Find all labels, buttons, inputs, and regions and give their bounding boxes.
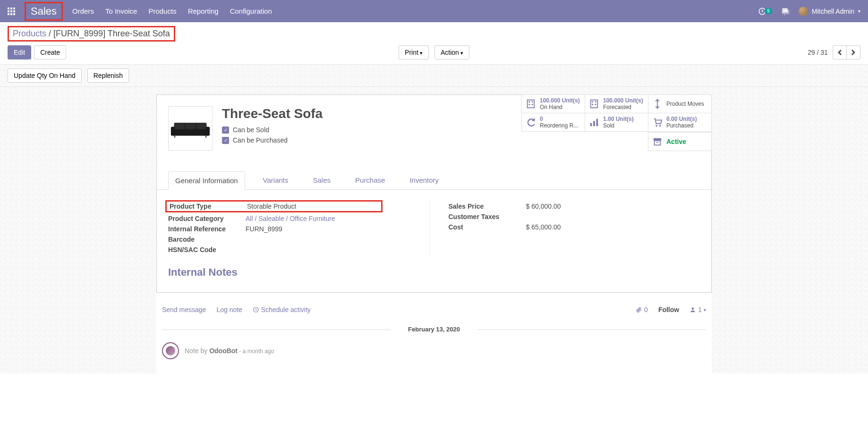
svg-rect-16 — [592, 101, 593, 103]
svg-rect-19 — [595, 104, 596, 105]
create-button[interactable]: Create — [34, 45, 66, 59]
hsn-field: HSN/SAC Code — [168, 245, 420, 255]
svg-rect-35 — [174, 135, 176, 137]
note-author[interactable]: OdooBot — [209, 347, 238, 355]
tab-general-information[interactable]: General Information — [168, 171, 245, 190]
svg-rect-7 — [10, 13, 12, 15]
checkbox-checked-icon[interactable]: ✓ — [222, 137, 229, 144]
stat-sold[interactable]: 1.00 Unit(s)Sold — [585, 113, 648, 132]
control-panel: Products / [FURN_8999] Three-Seat Sofa E… — [0, 22, 868, 65]
svg-rect-11 — [528, 101, 530, 103]
can-be-sold-field: ✓ Can be Sold — [222, 126, 323, 134]
conversations-icon[interactable] — [781, 7, 790, 16]
stat-active-toggle[interactable]: Active — [648, 132, 712, 151]
apps-launcher-icon[interactable] — [8, 8, 15, 15]
form-sheet: 100.000 Unit(s)On Hand 100.000 Unit(s)Fo… — [156, 94, 712, 293]
edit-button[interactable]: Edit — [8, 45, 31, 59]
svg-rect-8 — [13, 13, 15, 15]
product-type-field: Product Type Storable Product — [165, 200, 383, 212]
nav-menu: Orders To Invoice Products Reporting Con… — [72, 7, 272, 15]
svg-rect-17 — [595, 101, 596, 103]
user-avatar-icon — [799, 7, 808, 16]
app-brand[interactable]: Sales — [25, 2, 63, 21]
sofa-icon — [170, 117, 211, 140]
caret-down-icon: ▾ — [704, 307, 706, 313]
sync-indicator[interactable]: 9 — [758, 7, 772, 16]
cart-icon — [652, 117, 663, 127]
internal-reference-field: Internal Reference FURN_8999 — [168, 224, 420, 234]
svg-rect-4 — [10, 10, 12, 12]
building-icon — [526, 99, 536, 109]
svg-rect-18 — [592, 104, 593, 105]
tab-purchase[interactable]: Purchase — [349, 171, 391, 189]
stat-purchased[interactable]: 0.00 Unit(s)Purchased — [648, 113, 712, 132]
stat-forecasted[interactable]: 100.000 Unit(s)Forecasted — [585, 94, 648, 113]
stat-product-moves[interactable]: Product Moves — [648, 94, 712, 113]
follow-button[interactable]: Follow — [658, 306, 679, 313]
bar-chart-icon — [589, 117, 599, 127]
product-image[interactable] — [168, 106, 213, 151]
svg-point-23 — [655, 125, 657, 127]
barcode-field: Barcode — [168, 234, 420, 245]
stat-reordering[interactable]: 0Reordering R... — [521, 113, 585, 132]
caret-down-icon: ▾ — [858, 8, 860, 14]
cost-field: Cost $ 65,000.00 — [449, 222, 700, 232]
can-be-purchased-field: ✓ Can be Purchased — [222, 136, 323, 144]
nav-configuration[interactable]: Configuration — [230, 7, 272, 15]
svg-rect-1 — [10, 8, 12, 9]
attachments-count[interactable]: 0 — [636, 306, 648, 313]
top-navbar: Sales Orders To Invoice Products Reporti… — [0, 0, 868, 22]
stat-on-hand[interactable]: 100.000 Unit(s)On Hand — [521, 94, 585, 113]
update-qty-button[interactable]: Update Qty On Hand — [8, 68, 82, 83]
exchange-icon — [652, 99, 663, 109]
building-icon — [589, 99, 599, 109]
svg-rect-2 — [13, 8, 15, 9]
schedule-activity-button[interactable]: Schedule activity — [253, 306, 311, 313]
nav-to-invoice[interactable]: To Invoice — [105, 7, 137, 15]
bot-avatar-icon — [162, 342, 179, 359]
product-category-field: Product Category All / Saleable / Office… — [168, 213, 420, 224]
action-dropdown[interactable]: Action — [434, 45, 469, 59]
pager-text: 29 / 31 — [808, 49, 828, 56]
status-button-row: Update Qty On Hand Replenish — [0, 65, 868, 87]
user-menu[interactable]: Mitchell Admin ▾ — [799, 7, 860, 16]
breadcrumb-current: [FURN_8999] Three-Seat Sofa — [53, 29, 170, 38]
breadcrumb-parent[interactable]: Products — [13, 29, 46, 38]
send-message-button[interactable]: Send message — [162, 306, 206, 313]
followers-dropdown[interactable]: 1 ▾ — [689, 306, 706, 313]
svg-rect-5 — [13, 10, 15, 12]
svg-rect-27 — [656, 142, 658, 143]
svg-rect-14 — [532, 104, 533, 105]
pager-prev-button[interactable] — [833, 45, 847, 59]
svg-point-24 — [659, 125, 661, 127]
checkbox-checked-icon[interactable]: ✓ — [222, 127, 229, 134]
user-name: Mitchell Admin — [812, 8, 854, 15]
svg-rect-28 — [172, 128, 208, 135]
pager-next-button[interactable] — [846, 45, 860, 59]
tab-variants[interactable]: Variants — [256, 171, 295, 189]
sync-count-badge: 9 — [765, 8, 772, 14]
paperclip-icon — [636, 306, 642, 313]
pager: 29 / 31 — [808, 45, 860, 59]
tab-inventory[interactable]: Inventory — [403, 171, 445, 189]
chatter: Send message Log note Schedule activity … — [156, 293, 712, 373]
print-dropdown[interactable]: Print — [399, 45, 429, 59]
svg-rect-15 — [591, 100, 598, 108]
nav-reporting[interactable]: Reporting — [188, 7, 219, 15]
category-link[interactable]: All / Saleable / Office Furniture — [246, 215, 335, 222]
svg-rect-3 — [8, 10, 9, 12]
svg-rect-25 — [654, 138, 662, 141]
customer-taxes-field: Customer Taxes — [449, 211, 700, 222]
user-icon — [689, 306, 696, 313]
svg-rect-30 — [174, 123, 184, 129]
tab-sales[interactable]: Sales — [306, 171, 338, 189]
svg-rect-36 — [205, 135, 207, 137]
log-note-button[interactable]: Log note — [216, 306, 242, 313]
nav-orders[interactable]: Orders — [72, 7, 94, 15]
replenish-button[interactable]: Replenish — [87, 68, 129, 83]
svg-rect-6 — [8, 13, 9, 15]
stat-button-box: 100.000 Unit(s)On Hand 100.000 Unit(s)Fo… — [513, 94, 712, 131]
svg-rect-21 — [593, 121, 595, 126]
internal-notes-heading: Internal Notes — [157, 266, 711, 290]
nav-products[interactable]: Products — [148, 7, 176, 15]
